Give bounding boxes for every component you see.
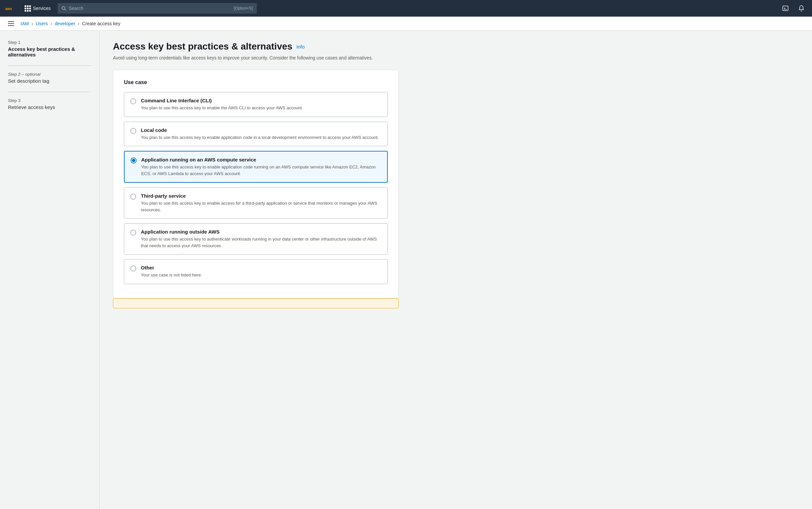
info-link[interactable]: Info (296, 44, 305, 49)
breadcrumb-sep-1: › (32, 21, 33, 26)
step3-label: Step 3 (8, 98, 91, 103)
radio-circle-aws-compute (131, 158, 137, 164)
search-bar[interactable]: [Option+S] (58, 3, 257, 13)
radio-option-aws-compute[interactable]: Application running on an AWS compute se… (124, 151, 388, 183)
radio-circle-other (130, 266, 136, 271)
breadcrumb-bar: IAM › Users › developer › Create access … (0, 16, 812, 31)
radio-desc-outside-aws: You plan to use this access key to authe… (141, 236, 381, 249)
use-case-panel: Use case Command Line Interface (CLI)You… (113, 70, 399, 298)
radio-option-outside-aws[interactable]: Application running outside AWSYou plan … (124, 223, 388, 254)
breadcrumb-iam[interactable]: IAM (21, 21, 29, 26)
search-shortcut: [Option+S] (234, 6, 253, 11)
page-title: Access key best practices & alternatives (113, 41, 292, 52)
grid-icon (25, 5, 31, 12)
radio-desc-aws-compute: You plan to use this access key to enabl… (141, 164, 381, 177)
svg-line-2 (64, 9, 66, 11)
radio-circle-cli (130, 98, 136, 104)
breadcrumb-users[interactable]: Users (36, 21, 48, 26)
radio-option-other[interactable]: OtherYour use case is not listed here. (124, 259, 388, 284)
radio-option-local-code[interactable]: Local codeYou plan to use this access ke… (124, 122, 388, 146)
radio-title-local-code: Local code (141, 127, 379, 133)
radio-circle-outside-aws (130, 230, 136, 236)
step2-title: Set description tag (8, 78, 91, 84)
services-button[interactable]: Services (22, 5, 54, 12)
terminal-icon-button[interactable] (780, 3, 791, 13)
radio-title-outside-aws: Application running outside AWS (141, 229, 381, 235)
radio-desc-other: Your use case is not listed here. (141, 272, 202, 278)
svg-text:aws: aws (5, 7, 12, 11)
radio-circle-local-code (130, 128, 136, 134)
breadcrumb-developer[interactable]: developer (55, 21, 75, 26)
top-nav: aws Services [Option+S] (0, 0, 812, 16)
radio-title-third-party: Third-party service (141, 193, 381, 199)
sidebar-step-2: Step 2 – optional Set description tag (8, 72, 91, 84)
svg-point-1 (62, 7, 65, 10)
page-title-row: Access key best practices & alternatives… (113, 41, 799, 52)
svg-rect-3 (783, 6, 788, 11)
bell-icon-button[interactable] (796, 3, 807, 13)
aws-logo: aws (5, 4, 18, 13)
main-layout: Step 1 Access key best practices & alter… (0, 31, 812, 509)
recommendation-bar (113, 298, 399, 308)
step3-title: Retrieve access keys (8, 104, 91, 110)
radio-title-aws-compute: Application running on an AWS compute se… (141, 157, 381, 163)
radio-title-other: Other (141, 265, 202, 270)
breadcrumb-current: Create access key (82, 21, 120, 26)
search-icon (62, 6, 66, 11)
breadcrumb-sep-2: › (50, 21, 52, 26)
page-subtitle: Avoid using long-term credentials like a… (113, 55, 412, 61)
content-area: Access key best practices & alternatives… (100, 31, 812, 509)
services-label: Services (33, 6, 51, 11)
radio-option-third-party[interactable]: Third-party serviceYou plan to use this … (124, 188, 388, 218)
radio-option-cli[interactable]: Command Line Interface (CLI)You plan to … (124, 92, 388, 117)
radio-title-cli: Command Line Interface (CLI) (141, 98, 303, 103)
nav-right (780, 3, 807, 13)
step1-label: Step 1 (8, 40, 91, 45)
breadcrumb-sep-3: › (78, 21, 79, 26)
hamburger-menu-button[interactable] (7, 20, 15, 27)
radio-circle-third-party (130, 194, 136, 200)
sidebar-step-3: Step 3 Retrieve access keys (8, 98, 91, 110)
radio-desc-third-party: You plan to use this access key to enabl… (141, 200, 381, 213)
use-case-label: Use case (124, 79, 388, 86)
search-input[interactable] (69, 6, 231, 11)
step2-label: Step 2 – optional (8, 72, 91, 77)
step-divider-1 (8, 65, 91, 66)
step-divider-2 (8, 92, 91, 92)
sidebar: Step 1 Access key best practices & alter… (0, 31, 100, 509)
sidebar-step-1: Step 1 Access key best practices & alter… (8, 40, 91, 58)
radio-desc-local-code: You plan to use this access key to enabl… (141, 134, 379, 141)
radio-options-container: Command Line Interface (CLI)You plan to … (124, 92, 388, 284)
step1-title: Access key best practices & alternatives (8, 46, 91, 58)
radio-desc-cli: You plan to use this access key to enabl… (141, 105, 303, 111)
